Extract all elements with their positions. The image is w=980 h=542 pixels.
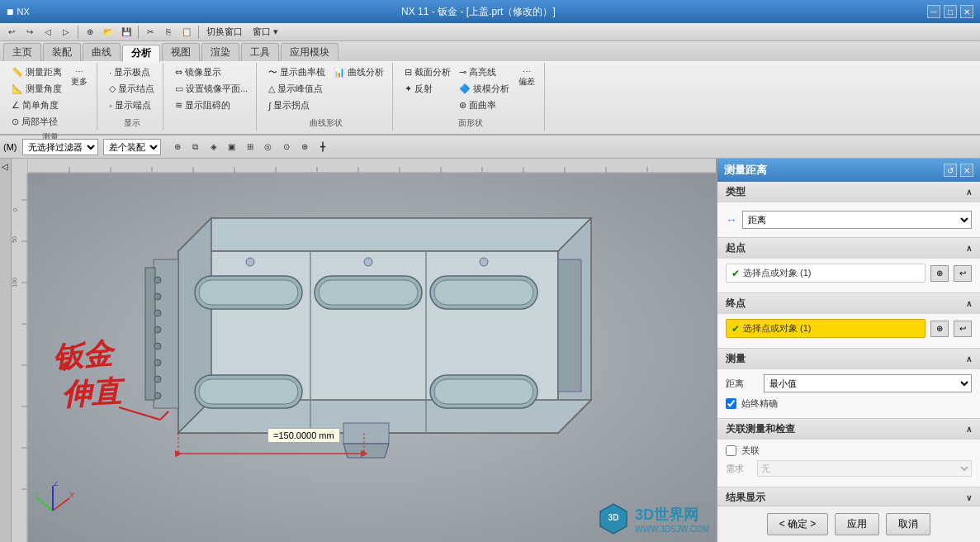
type-dropdown[interactable]: 距离 角度 弧长 半径 (742, 211, 972, 229)
show-peak-button[interactable]: △ 显示峰值点 (265, 81, 329, 97)
section-measure-header[interactable]: 测量 ∧ (717, 349, 980, 369)
forward-button[interactable]: ▷ (58, 25, 74, 40)
tab-view[interactable]: 视图 (162, 43, 200, 61)
switch-window-button[interactable]: 切换窗口 (202, 25, 247, 40)
section-associated-header[interactable]: 关联测量和检查 ∧ (717, 419, 980, 440)
section-type-header[interactable]: 类型 ∧ (717, 182, 980, 202)
close-button[interactable]: ✕ (960, 5, 973, 18)
set-mirror-plane-button[interactable]: ▭ 设置镜像平面... (172, 81, 251, 97)
curve-analysis-button[interactable]: 📊 曲线分析 (330, 64, 387, 80)
section-startpoint-header[interactable]: 起点 ∧ (717, 238, 980, 259)
simple-angle-button[interactable]: ∠ 简单角度 (8, 97, 65, 113)
open-button[interactable]: 📂 (100, 25, 116, 40)
snap-button[interactable]: ⊕ (169, 140, 186, 155)
ribbon-group-mirror: ⇔ 镜像显示 ▭ 设置镜像平面... ≋ 显示阻碍的 (167, 63, 257, 131)
section-associated-label: 关联测量和检查 (726, 422, 795, 436)
local-radius-button[interactable]: ⊙ 局部半径 (8, 114, 65, 130)
view-btn-7[interactable]: ⊕ (296, 140, 313, 155)
ok-button[interactable]: < 确定 > (767, 513, 829, 535)
back-button[interactable]: ◁ (40, 25, 56, 40)
copy-button[interactable]: ⎘ (160, 25, 177, 40)
section-type-content: ↔ 距离 角度 弧长 半径 (717, 202, 980, 237)
window-dropdown-button[interactable]: 窗口 ▾ (249, 25, 282, 40)
tab-render[interactable]: 渲染 (201, 43, 239, 61)
filter-toolbar: (M) 无选择过滤器 曲线 面 体 差个装配 整个装配 ⊕ ⧉ ◈ ▣ ⊞ ◎ … (0, 136, 980, 159)
more-measure-button[interactable]: ⋯ 更多 (67, 64, 92, 90)
startpoint-clear-button[interactable]: ↩ (954, 265, 972, 282)
peak-icon: △ (268, 83, 275, 94)
draft-analysis-button[interactable]: 🔷 拔模分析 (456, 81, 513, 97)
link-checkbox[interactable] (726, 445, 736, 456)
endpoint-select-field[interactable]: ✔ 选择点或对象 (1) (726, 319, 926, 338)
view-btn-3[interactable]: ▣ (224, 140, 240, 155)
redo-button[interactable]: ↪ (21, 25, 38, 40)
analysis-icon: 📊 (334, 67, 345, 78)
show-curvature-button[interactable]: 〜 显示曲率梳 (265, 64, 329, 80)
sidebar-toggle[interactable]: ◁ (0, 159, 11, 174)
section-startpoint-content: ✔ 选择点或对象 (1) ⊕ ↩ (717, 259, 980, 292)
measurement-value: =150.0000 mm (273, 430, 334, 440)
faceshape-col2: ⊸ 高亮线 🔷 拔模分析 ⊛ 面曲率 (456, 64, 513, 113)
ribbon-tabs: 主页 装配 曲线 分析 视图 渲染 工具 应用模块 (0, 41, 980, 61)
faceshape-group-label: 面形状 (458, 116, 483, 129)
mirror-display-button[interactable]: ⇔ 镜像显示 (172, 64, 251, 80)
show-inflection-button[interactable]: ∫ 显示拐点 (265, 97, 329, 113)
tab-home[interactable]: 主页 (3, 43, 41, 61)
endpoint-add-button[interactable]: ⊕ (930, 321, 949, 337)
panel-close-button[interactable]: ✕ (960, 164, 973, 177)
measure-angle-button[interactable]: 📐 测量角度 (8, 81, 65, 97)
show-poles-button[interactable]: · 显示极点 (106, 64, 158, 80)
cancel-button[interactable]: 取消 (886, 513, 930, 535)
tab-analysis[interactable]: 分析 (122, 45, 160, 63)
section-endpoint-header[interactable]: 终点 ∧ (717, 293, 980, 314)
save-button[interactable]: 💾 (118, 25, 135, 40)
tab-assembly[interactable]: 装配 (43, 43, 81, 61)
startpoint-add-button[interactable]: ⊕ (930, 265, 949, 282)
tab-appmodule[interactable]: 应用模块 (281, 43, 339, 61)
viewport[interactable]: 0 50 100 (12, 159, 716, 542)
minimize-button[interactable]: ─ (927, 5, 940, 18)
show-knots-button[interactable]: ◇ 显示结点 (106, 81, 158, 97)
face-curvature-button[interactable]: ⊛ 面曲率 (456, 97, 513, 113)
show-endpoints-button[interactable]: ◦ 显示端点 (106, 97, 158, 113)
tab-tools[interactable]: 工具 (241, 43, 279, 61)
titlebar: ■ NX NX 11 - 钣金 - [上盖.prt（修改的）] ─ □ ✕ (0, 0, 980, 23)
panel-reset-button[interactable]: ↺ (944, 164, 957, 177)
section-results-header[interactable]: 结果显示 ∨ (717, 487, 980, 506)
startpoint-select-field[interactable]: ✔ 选择点或对象 (1) (726, 264, 926, 283)
panel-titlebar: 测量距离 ↺ ✕ (717, 159, 980, 182)
view-btn-4[interactable]: ⊞ (242, 140, 258, 155)
view-btn-1[interactable]: ⧉ (187, 140, 204, 155)
view-btn-6[interactable]: ⊙ (278, 140, 295, 155)
maximize-button[interactable]: □ (944, 5, 957, 18)
highlight-icon: ⊸ (459, 67, 466, 78)
view-btn-5[interactable]: ◎ (260, 140, 277, 155)
filter-select[interactable]: 无选择过滤器 曲线 面 体 (22, 139, 98, 155)
panel-buttons: < 确定 > 应用 取消 (717, 506, 980, 542)
apply-button[interactable]: 应用 (835, 513, 879, 535)
more-face-button[interactable]: ⋯ 偏差 (514, 64, 539, 90)
paste-button[interactable]: 📋 (178, 25, 195, 40)
section-results: 结果显示 ∨ (717, 487, 980, 506)
distance-dropdown[interactable]: 最小值 最大值 真实距离 (764, 374, 972, 392)
icon-toolbar: ⊕ ⧉ ◈ ▣ ⊞ ◎ ⊙ ⊕ ╋ (169, 140, 331, 155)
section-analysis-button[interactable]: ⊟ 截面分析 (401, 64, 454, 80)
startpoint-check-icon: ✔ (731, 268, 740, 279)
view-btn-8[interactable]: ╋ (315, 140, 331, 155)
show-obstructed-button[interactable]: ≋ 显示阻碍的 (172, 97, 251, 113)
precision-checkbox[interactable] (726, 398, 736, 409)
assembly-select[interactable]: 差个装配 整个装配 (103, 139, 161, 155)
ribbon-group-measure: 📏 测量距离 📐 测量角度 ∠ 简单角度 ⊙ 局部半径 (3, 63, 97, 131)
undo-button[interactable]: ↩ (3, 25, 20, 40)
reflection-button[interactable]: ✦ 反射 (401, 81, 454, 97)
tab-curve[interactable]: 曲线 (83, 43, 121, 61)
inflection-icon: ∫ (268, 101, 271, 111)
require-dropdown[interactable]: 无 最小值 最大值 (757, 460, 972, 477)
measure-distance-button[interactable]: 📏 测量距离 (8, 64, 65, 80)
view-btn-2[interactable]: ◈ (206, 140, 222, 155)
highlight-button[interactable]: ⊸ 高亮线 (456, 64, 513, 80)
svg-line-63 (119, 407, 160, 420)
new-button[interactable]: ⊕ (82, 25, 98, 40)
cut-button[interactable]: ✂ (142, 25, 159, 40)
endpoint-clear-button[interactable]: ↩ (954, 321, 972, 337)
